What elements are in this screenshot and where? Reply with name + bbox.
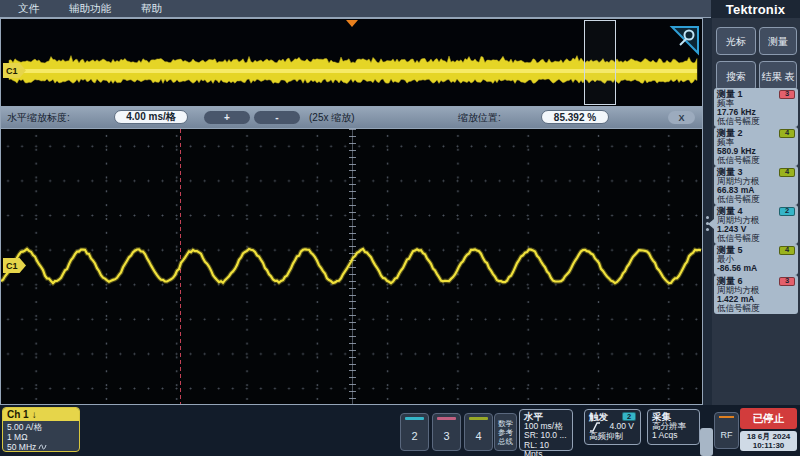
main-waveform-view[interactable]: C1 (0, 128, 703, 405)
zoom-position-label: 缩放位置: (458, 111, 501, 125)
channel2-color-stripe (405, 417, 424, 420)
measurement-value: -86.56 mA (717, 264, 795, 273)
zoom-in-button[interactable]: + (204, 111, 250, 124)
record-length: RL: 10 Mpts (524, 441, 568, 456)
trigger-coupling: 高频抑制 (589, 432, 636, 442)
bandwidth-limit-icon (38, 443, 47, 451)
measurement-badge-2[interactable]: 测量 2 4 频率 580.9 kHz 低信号幅度 (714, 127, 798, 166)
trigger-panel[interactable]: 触发 2 4.00 V 高频抑制 (584, 409, 641, 445)
ref-label: 参考 (498, 428, 513, 437)
panel-gutter (703, 18, 712, 405)
channel3-label: 3 (433, 430, 460, 442)
run-stop-status[interactable]: 已停止 (740, 408, 797, 429)
datetime-display: 18 6月 2024 10:11:30 (740, 431, 797, 451)
channel1-waveform (1, 129, 702, 404)
selected-badge-notch (708, 219, 714, 229)
measurement-status: 低信号幅度 (717, 156, 795, 165)
source-channel-chip: 3 (779, 277, 795, 286)
measurement-status: 低信号幅度 (717, 195, 795, 204)
measurement-status: 低信号幅度 (717, 304, 795, 313)
channel3-button[interactable]: 3 (432, 413, 461, 451)
channel4-label: 4 (465, 430, 492, 442)
math-ref-bus-button[interactable]: 数学 参考 总线 (494, 413, 517, 451)
measurement-badge-4[interactable]: 测量 4 2 周期均方根 1.243 V 低信号幅度 (714, 205, 798, 244)
waveform-overview-strip[interactable]: C1 (0, 18, 703, 107)
menu-file[interactable]: 文件 (18, 2, 39, 16)
channel4-button[interactable]: 4 (464, 413, 493, 451)
results-sidebar: 光标 测量 搜索 结果 表 测量 1 3 频率 17.76 kHz 低信号幅度 … (712, 18, 800, 405)
measurement-badge-1[interactable]: 测量 1 3 频率 17.76 kHz 低信号幅度 (714, 88, 798, 127)
channel1-bandwidth: 50 MHz (7, 442, 36, 452)
arrow-down-icon: ↓ (32, 409, 37, 420)
trigger-level: 4.00 V (604, 422, 636, 432)
zoom-scale-label: 水平缩放标度: (7, 111, 70, 125)
brand-zone: Tektronix (711, 0, 800, 18)
trigger-position-marker-icon[interactable] (346, 20, 358, 27)
menu-utility[interactable]: 辅助功能 (69, 2, 111, 16)
zoom-close-button[interactable]: X (668, 111, 695, 124)
trigger-title: 触发 (589, 412, 608, 422)
channel1-impedance: 1 MΩ (7, 432, 75, 442)
menu-help[interactable]: 帮助 (141, 2, 162, 16)
channel2-button[interactable]: 2 (400, 413, 429, 451)
cursor-button[interactable]: 光标 (716, 27, 756, 55)
zoom-out-button[interactable]: - (254, 111, 300, 124)
zoom-mode-icon[interactable] (669, 24, 701, 56)
zoom-ratio-label: (25x 缩放) (309, 111, 355, 125)
channel1-scale: 5.00 A/格 (7, 422, 75, 432)
measurement-badge-5[interactable]: 测量 5 4 最小 -86.56 mA (714, 244, 798, 275)
acquisition-panel[interactable]: 采集 高分辨率 1 Acqs (647, 409, 700, 445)
oscilloscope-screen: 文件 辅助功能 帮助 Tektronix C1 水平缩放标度: 4.00 ms/… (0, 0, 800, 456)
channel4-color-stripe (469, 417, 488, 420)
measure-button[interactable]: 测量 (759, 27, 797, 55)
rf-button[interactable]: RF (714, 412, 739, 449)
measurement-status: 低信号幅度 (717, 234, 795, 243)
results-table-button[interactable]: 结果 表 (759, 61, 797, 91)
bottom-status-bar: Ch 1 ↓ 5.00 A/格 1 MΩ 50 MHz 2 3 4 (0, 405, 800, 456)
channel2-label: 2 (401, 430, 428, 442)
time-text: 10:11:30 (753, 441, 785, 450)
channel1-name: Ch 1 (7, 409, 29, 420)
date-text: 18 6月 2024 (747, 432, 791, 441)
zoom-window-selector[interactable] (584, 20, 616, 105)
source-channel-chip: 4 (779, 129, 795, 138)
zoom-scale-value[interactable]: 4.00 ms/格 (114, 110, 188, 124)
partial-panel (700, 428, 713, 456)
source-channel-chip: 4 (779, 168, 795, 177)
math-label: 数学 (498, 419, 513, 428)
zoom-position-value[interactable]: 85.392 % (541, 110, 609, 124)
tektronix-logo: Tektronix (726, 2, 785, 17)
measurement-status: 低信号幅度 (717, 117, 795, 126)
source-channel-chip: 2 (779, 207, 795, 216)
source-channel-chip: 3 (779, 90, 795, 99)
bus-label: 总线 (498, 437, 513, 446)
rf-color-stripe (719, 416, 734, 418)
rf-label: RF (715, 430, 738, 440)
zoom-control-bar: 水平缩放标度: 4.00 ms/格 + - (25x 缩放) 缩放位置: 85.… (0, 107, 703, 128)
channel3-color-stripe (437, 417, 456, 420)
channel1-badge[interactable]: Ch 1 ↓ 5.00 A/格 1 MΩ 50 MHz (2, 407, 80, 452)
search-button[interactable]: 搜索 (716, 61, 756, 91)
measurement-badge-6[interactable]: 测量 6 3 周期均方根 1.422 mA 低信号幅度 (714, 275, 798, 314)
source-channel-chip: 4 (779, 246, 795, 255)
horizontal-panel[interactable]: 水平 100 ms/格 SR: 10.0 ... RL: 10 Mpts (519, 409, 573, 451)
menu-bar: 文件 辅助功能 帮助 (0, 0, 711, 18)
trigger-source-chip: 2 (622, 412, 636, 421)
acquisition-count: 1 Acqs (652, 431, 695, 441)
measurement-badge-3[interactable]: 测量 3 4 周期均方根 66.83 mA 低信号幅度 (714, 166, 798, 205)
